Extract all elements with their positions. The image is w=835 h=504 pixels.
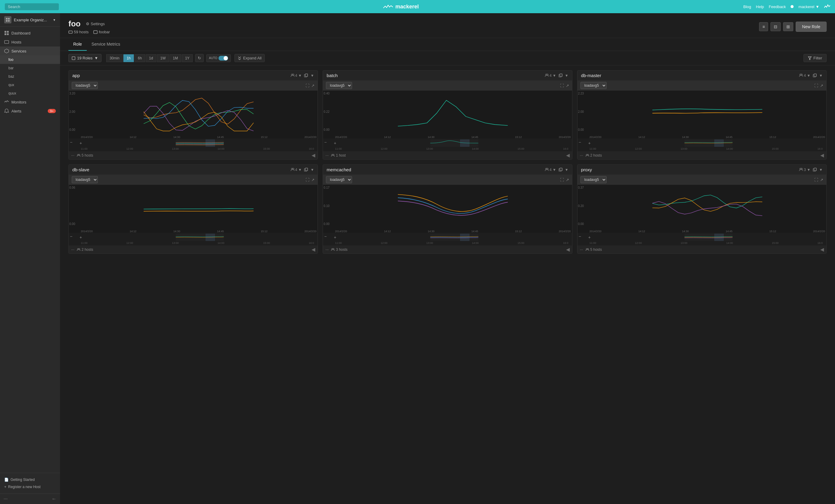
share-btn[interactable]: ↗ (566, 177, 569, 182)
share-btn[interactable]: ↗ (820, 83, 823, 88)
ellipsis-btn[interactable]: ··· (71, 153, 75, 158)
service-link[interactable]: foobar (93, 30, 110, 34)
time-btn-1d[interactable]: 1d (146, 54, 156, 62)
ellipsis-btn[interactable]: ··· (580, 153, 583, 158)
auto-toggle[interactable]: AUTO (206, 54, 231, 62)
settings-link[interactable]: ⚙ Settings (86, 22, 105, 26)
nav-minus-btn[interactable]: − (579, 234, 581, 239)
x-time2: 14:30 (682, 230, 689, 233)
nav-plus-btn[interactable]: + (334, 235, 336, 240)
expand-all-button[interactable]: Expand All (235, 54, 265, 62)
new-role-button[interactable]: New Role (796, 22, 827, 32)
fullscreen-btn[interactable]: ⛶ (560, 177, 564, 182)
nav-minus-btn[interactable]: − (579, 140, 581, 145)
user-menu[interactable]: mackerel ▼ (798, 4, 819, 9)
time-btn-1w[interactable]: 1W (157, 54, 169, 62)
copy-icon[interactable] (304, 168, 308, 172)
getting-started-link[interactable]: 📄 Getting Started (4, 476, 56, 483)
tab-role[interactable]: Role (68, 38, 87, 51)
tab-service-metrics[interactable]: Service Metrics (87, 38, 125, 51)
view-list-btn[interactable]: ≡ (759, 22, 768, 31)
sidebar-arrow-btn[interactable]: ← (52, 496, 57, 502)
copy-icon[interactable] (304, 74, 308, 78)
time-btn-30min[interactable]: 30min (106, 54, 123, 62)
sidebar-item-hosts[interactable]: Hosts (0, 38, 60, 46)
metric-select[interactable]: loadavg5 (72, 82, 98, 89)
copy-icon[interactable] (813, 168, 817, 172)
ellipsis-btn[interactable]: ··· (580, 247, 583, 252)
time-btn-1y[interactable]: 1Y (182, 54, 193, 62)
toggle-track[interactable] (219, 56, 228, 61)
sidebar-item-monitors[interactable]: Monitors (0, 98, 60, 106)
share-btn[interactable]: ↗ (311, 83, 314, 88)
more-icon[interactable]: ▼ (819, 74, 823, 78)
sidebar-item-baz[interactable]: baz (0, 72, 60, 81)
help-link[interactable]: Help (756, 4, 764, 9)
more-icon[interactable]: ▼ (565, 168, 569, 172)
feedback-link[interactable]: Feedback (769, 4, 786, 9)
copy-icon[interactable] (558, 168, 563, 172)
sidebar-item-bar[interactable]: bar (0, 64, 60, 72)
sidebar-item-services[interactable]: Services (0, 46, 60, 56)
chart-prev-btn[interactable]: ◀ (566, 247, 570, 252)
nav-minus-btn[interactable]: − (324, 234, 327, 239)
more-icon[interactable]: ▼ (310, 74, 314, 78)
role-meta: 4 ▼ ▼ (290, 168, 314, 172)
page-header: foo ⚙ Settings 59 hosts foobar ≡ ⊟ (60, 13, 835, 38)
share-btn[interactable]: ↗ (311, 177, 314, 182)
more-icon[interactable]: ▼ (310, 168, 314, 172)
ellipsis-btn[interactable]: ··· (325, 153, 329, 158)
nav-plus-btn[interactable]: + (588, 141, 591, 146)
view-compact-btn[interactable]: ⊟ (771, 22, 781, 31)
filter-button[interactable]: Filter (803, 54, 827, 62)
nav-minus-btn[interactable]: − (70, 140, 72, 145)
metric-select[interactable]: loadavg5 (326, 176, 352, 183)
sidebar-item-dashboard[interactable]: Dashboard (0, 28, 60, 38)
org-switcher[interactable]: Example Organiz... ▼ (0, 13, 60, 27)
hosts-icon (290, 74, 294, 78)
fullscreen-btn[interactable]: ⛶ (306, 83, 309, 88)
ellipsis-btn[interactable]: ··· (71, 247, 75, 252)
sidebar-item-qux[interactable]: qux (0, 81, 60, 89)
more-icon[interactable]: ▼ (819, 168, 823, 172)
metric-select[interactable]: loadavg5 (581, 82, 607, 89)
view-grid-btn[interactable]: ⊞ (783, 22, 793, 31)
sidebar-item-quux[interactable]: quux (0, 89, 60, 98)
register-host-link[interactable]: + Register a new Host (4, 483, 56, 490)
more-icon[interactable]: ▼ (565, 74, 569, 78)
sidebar-collapse-btn[interactable]: ··· (4, 496, 7, 502)
time-btn-1m[interactable]: 1M (169, 54, 181, 62)
chart-prev-btn[interactable]: ◀ (311, 247, 315, 252)
ellipsis-btn[interactable]: ··· (325, 247, 329, 252)
nav-plus-btn[interactable]: + (80, 141, 82, 146)
nav-minus-btn[interactable]: − (324, 140, 327, 145)
chart-prev-btn[interactable]: ◀ (820, 247, 824, 252)
share-btn[interactable]: ↗ (566, 83, 569, 88)
fullscreen-btn[interactable]: ⛶ (306, 177, 309, 182)
nav-plus-btn[interactable]: + (334, 141, 336, 146)
copy-icon[interactable] (813, 74, 817, 78)
share-btn[interactable]: ↗ (820, 177, 823, 182)
time-btn-1h[interactable]: 1h (123, 54, 134, 62)
nav-minus-btn[interactable]: − (70, 234, 72, 239)
chart-prev-btn[interactable]: ◀ (311, 152, 315, 158)
chart-navigator: + 11:00 12:00 13:00 14:00 15:00 16:0 − (69, 233, 318, 246)
fullscreen-btn[interactable]: ⛶ (814, 83, 818, 88)
time-btn-6h[interactable]: 6h (135, 54, 145, 62)
sidebar-item-alerts[interactable]: Alerts 9+ (0, 106, 60, 115)
roles-select[interactable]: 19 Roles ▼ (68, 54, 101, 62)
nav-plus-btn[interactable]: + (588, 235, 591, 240)
chart-prev-btn[interactable]: ◀ (820, 152, 824, 158)
metric-select[interactable]: loadavg5 (326, 82, 352, 89)
fullscreen-btn[interactable]: ⛶ (814, 177, 818, 182)
nav-plus-btn[interactable]: + (80, 235, 82, 240)
sidebar-item-foo[interactable]: foo (0, 56, 60, 64)
fullscreen-btn[interactable]: ⛶ (560, 83, 564, 88)
refresh-button[interactable]: ↻ (195, 54, 204, 62)
copy-icon[interactable] (558, 74, 563, 78)
search-input[interactable] (5, 3, 59, 10)
chart-prev-btn[interactable]: ◀ (566, 152, 570, 158)
metric-select[interactable]: loadavg5 (581, 176, 607, 183)
metric-select[interactable]: loadavg5 (72, 176, 98, 183)
blog-link[interactable]: Blog (743, 4, 751, 9)
